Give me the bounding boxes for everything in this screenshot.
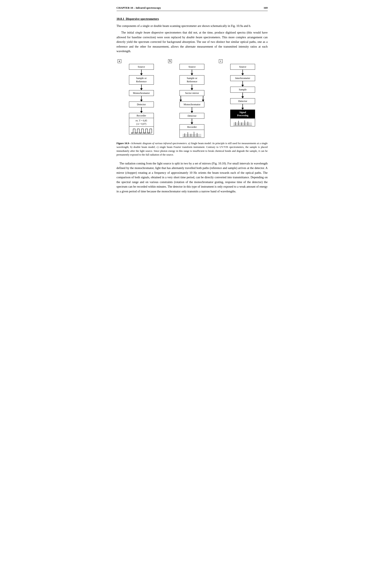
diagram-b-detector: Detector (180, 113, 204, 119)
diagram-c-interferometer: Interferometer (230, 75, 255, 81)
diagram-b-monochromator: Monochromator (180, 102, 204, 107)
arrow (191, 70, 193, 75)
diagram-c-wave (230, 119, 255, 126)
chapter-title: CHAPTER 10 – Infrared spectroscopy (116, 6, 161, 10)
arrow (241, 104, 244, 110)
arrow (191, 84, 193, 90)
diagram-c: c Source Interferometer Sample Detector (219, 59, 267, 126)
diagram-c-detector: Detector (230, 98, 255, 104)
section-header: 10.8.1 Dispersive spectrometers (116, 17, 268, 21)
arrow (140, 84, 143, 90)
arrow (191, 107, 193, 113)
diagram-a-label: a (118, 59, 121, 63)
section-title: 10.8.1 Dispersive spectrometers (116, 17, 159, 21)
diagram-b-sector: Sector mirror (180, 90, 204, 96)
diagram-c-source: Source (230, 64, 255, 70)
diagram-c-label: c (219, 59, 223, 63)
diagram-a-recorder: Recorder ex. T = 0,85(A = 0,07) (129, 113, 154, 126)
intro-paragraph-2: The initial single beam dispersive spect… (116, 30, 268, 53)
diagram-a-wave (129, 126, 154, 134)
page-number: 169 (264, 6, 268, 10)
arrow (140, 96, 143, 102)
diagram-a-sample: Sample orReference (129, 75, 154, 84)
arrow (140, 70, 143, 75)
figure-caption: Figure 10.9—Schematic diagram of various… (116, 142, 268, 157)
figure-italic: —Schematic diagram of various infrared s… (129, 142, 187, 145)
diagram-b-source: Source (180, 64, 204, 70)
arrow (241, 81, 244, 87)
body-paragraph-1: The radiation coming from the light sour… (116, 161, 268, 194)
chapter-header: CHAPTER 10 – Infrared spectroscopy 169 (116, 6, 268, 11)
arrow (191, 119, 193, 124)
diagram-a-monochromator: Monochromator (129, 90, 154, 96)
diagrams-container: a Source Sample orReference Monochromato… (116, 59, 268, 138)
diagram-c-signal: SignalProcessing (230, 110, 255, 119)
arrow (140, 107, 143, 113)
arrow (241, 93, 244, 98)
diagram-b-sample: Sample orReference (180, 75, 204, 84)
diagram-b: b Source Sample orReference Sector mirro… (168, 59, 216, 138)
diagram-b-wave (180, 130, 204, 138)
diagram-b-recorder: Recorder (180, 124, 204, 130)
figure-label: Figure 10.9 (116, 142, 129, 145)
arrow-left (180, 96, 182, 102)
arrow (241, 70, 244, 75)
diagram-c-sample: Sample (230, 87, 255, 92)
arrow-right (202, 96, 204, 102)
intro-paragraph-1: The components of a single or double bea… (116, 23, 268, 28)
diagram-a: a Source Sample orReference Monochromato… (118, 59, 165, 134)
diagram-b-label: b (168, 59, 172, 63)
diagram-a-source: Source (129, 64, 154, 70)
diagram-a-detector: Detector (129, 102, 154, 107)
